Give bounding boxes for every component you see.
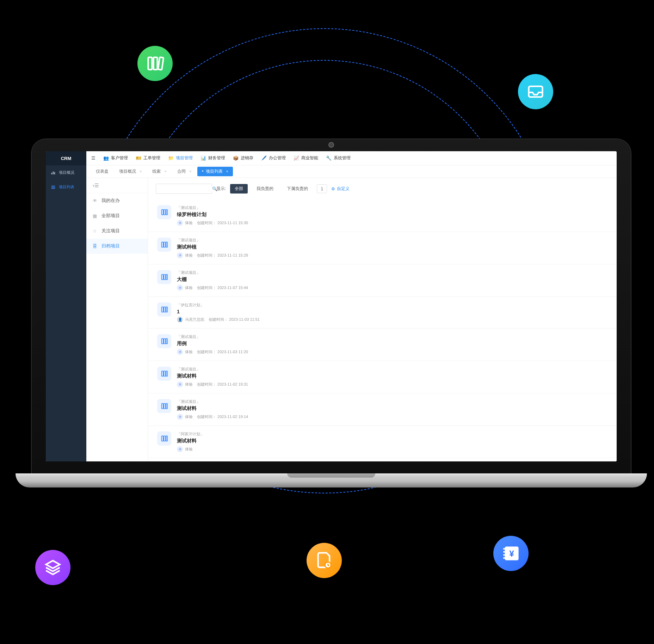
avatar-icon: 👤 xyxy=(177,317,183,323)
svg-rect-21 xyxy=(166,275,168,280)
close-icon[interactable]: × xyxy=(140,169,142,173)
filter-bar: 🔍 显示: 全部 我负责的 下属负责的 1 ⚙自定义 xyxy=(148,178,617,200)
project-badge-icon xyxy=(157,334,171,348)
filter-chip-mine[interactable]: 我负责的 xyxy=(252,184,278,194)
filter-custom-link[interactable]: ⚙自定义 xyxy=(331,186,350,192)
tab-dashboard[interactable]: 仪表盘 xyxy=(91,167,113,176)
project-row[interactable]: 「测试项目」大棚❄体验创建时间： 2023-11-07 15:44 xyxy=(148,264,617,297)
svg-rect-0 xyxy=(148,57,152,70)
project-row[interactable]: 「测试项目」用例❄体验创建时间： 2023-11-03 11:20 xyxy=(148,329,617,361)
svg-rect-14 xyxy=(164,210,166,215)
search-input-wrap[interactable]: 🔍 xyxy=(156,184,212,194)
project-title: 测试材料 xyxy=(177,405,607,412)
sidebar-item-list[interactable]: 项目列表 xyxy=(46,180,86,194)
svg-rect-2 xyxy=(158,57,164,70)
project-row[interactable]: 「测试项目」测试种植❄体验创建时间： 2023-11-11 15:28 xyxy=(148,232,617,264)
menu-icon: ☰ xyxy=(91,155,95,161)
people-icon: 👥 xyxy=(103,155,109,161)
project-title: 用例 xyxy=(177,341,607,347)
close-icon[interactable]: × xyxy=(164,169,166,173)
project-owner: 👤乌克兰总统 xyxy=(177,317,204,323)
avatar-icon: ❄ xyxy=(177,349,183,355)
subnav-archived[interactable]: 🗄归档项目 xyxy=(86,239,148,254)
project-title: 1 xyxy=(177,309,607,314)
tab-leads[interactable]: 线索× xyxy=(148,167,171,176)
subnav-all-projects[interactable]: ▦全部项目 xyxy=(86,208,148,223)
primary-sidebar: CRM 项目概况 项目列表 xyxy=(46,151,86,461)
svg-rect-28 xyxy=(162,371,164,376)
project-row[interactable]: 「阿富汗计划」测试材料❄体验 xyxy=(148,426,617,458)
project-category: 「测试项目」 xyxy=(177,399,607,404)
svg-rect-11 xyxy=(51,187,55,188)
office-icon: 🖊️ xyxy=(261,155,267,161)
svg-rect-32 xyxy=(164,404,166,409)
svg-rect-20 xyxy=(164,275,166,280)
svg-rect-16 xyxy=(162,242,164,247)
avatar-icon: ❄ xyxy=(177,381,183,387)
subnav-my-tasks[interactable]: 👁我的在办 xyxy=(86,193,148,208)
project-badge-icon xyxy=(157,302,171,317)
nav-finance[interactable]: 📊财务管理 xyxy=(200,155,225,161)
search-input[interactable] xyxy=(159,186,212,191)
tab-bar: 仪表盘 项目概况× 线索× 合同× 项目列表× xyxy=(86,165,617,178)
svg-rect-27 xyxy=(166,339,168,344)
nav-inventory[interactable]: 📦进销存 xyxy=(233,155,253,161)
sidebar-item-overview[interactable]: 项目概况 xyxy=(46,165,86,180)
eye-icon: 👁 xyxy=(93,198,98,203)
avatar-icon: ❄ xyxy=(177,285,183,291)
bubble-ledger-yen-icon: ¥ xyxy=(493,536,529,571)
project-category: 「测试项目」 xyxy=(177,205,607,210)
svg-rect-12 xyxy=(51,188,55,189)
filter-chip-all[interactable]: 全部 xyxy=(230,184,248,194)
project-category: 「阿富汗计划」 xyxy=(177,431,607,437)
close-icon[interactable]: × xyxy=(189,169,191,173)
project-title: 绿罗种植计划 xyxy=(177,211,607,218)
subnav-followed[interactable]: ☆关注项目 xyxy=(86,223,148,239)
laptop-base xyxy=(16,473,647,487)
project-badge-icon xyxy=(157,431,171,446)
project-owner: ❄体验 xyxy=(177,381,193,387)
avatar-icon: ❄ xyxy=(177,446,183,452)
tab-overview[interactable]: 项目概况× xyxy=(115,167,146,176)
bubble-layers-icon xyxy=(35,550,70,585)
box-icon: 📦 xyxy=(233,155,239,161)
bar-chart-icon xyxy=(51,170,56,175)
filter-chip-sub[interactable]: 下属负责的 xyxy=(282,184,313,194)
project-icon: 📁 xyxy=(168,155,174,161)
nav-system[interactable]: 🔧系统管理 xyxy=(326,155,351,161)
project-row[interactable]: 「伊拉克计划」1👤乌克兰总统创建时间： 2023-11-03 11:51 xyxy=(148,297,617,329)
tab-project-list[interactable]: 项目列表× xyxy=(197,167,233,176)
nav-bi[interactable]: 📈商业智能 xyxy=(294,155,318,161)
grid-icon: ▦ xyxy=(93,213,98,219)
bubble-file-clock-icon xyxy=(307,543,342,578)
project-row[interactable]: 「测试项目」测试材料❄体验创建时间： 2023-11-02 19:31 xyxy=(148,361,617,393)
svg-rect-1 xyxy=(154,57,158,70)
project-created-time: 创建时间： 2023-11-11 15:30 xyxy=(197,220,248,226)
collapse-toggle[interactable]: ‹☰ xyxy=(86,178,148,193)
close-icon[interactable]: × xyxy=(226,169,228,173)
nav-projects[interactable]: 📁项目管理 xyxy=(168,155,193,161)
project-title: 测试种植 xyxy=(177,244,607,250)
tab-contracts[interactable]: 合同× xyxy=(173,167,196,176)
top-nav: ☰ 👥客户管理 🎫工单管理 📁项目管理 📊财务管理 📦进销存 🖊️办公管理 📈商… xyxy=(86,151,617,165)
filter-count[interactable]: 1 xyxy=(317,184,327,193)
svg-rect-15 xyxy=(166,210,168,215)
svg-rect-30 xyxy=(166,371,168,376)
project-row[interactable]: 「测试项目」绿罗种植计划❄体验创建时间： 2023-11-11 15:30 xyxy=(148,200,617,232)
main-area: ☰ 👥客户管理 🎫工单管理 📁项目管理 📊财务管理 📦进销存 🖊️办公管理 📈商… xyxy=(86,151,617,461)
nav-customers[interactable]: 👥客户管理 xyxy=(103,155,128,161)
list-icon xyxy=(51,185,56,190)
svg-rect-9 xyxy=(54,172,55,174)
project-title: 测试材料 xyxy=(177,438,607,444)
project-category: 「测试项目」 xyxy=(177,367,607,372)
sidebar-label: 项目概况 xyxy=(59,170,74,175)
project-row[interactable]: 「测试项目」测试材料❄体验创建时间： 2023-11-02 19:14 xyxy=(148,393,617,426)
bubble-inbox-icon xyxy=(518,74,553,109)
content-area: ‹☰ 👁我的在办 ▦全部项目 ☆关注项目 🗄归档项目 🔍 xyxy=(86,178,617,461)
project-created-time: 创建时间： 2023-11-02 19:31 xyxy=(197,382,248,387)
nav-office[interactable]: 🖊️办公管理 xyxy=(261,155,286,161)
nav-menu-toggle[interactable]: ☰ xyxy=(91,155,95,161)
project-badge-icon xyxy=(157,399,171,413)
nav-tickets[interactable]: 🎫工单管理 xyxy=(136,155,160,161)
project-created-time: 创建时间： 2023-11-03 11:51 xyxy=(209,317,260,322)
